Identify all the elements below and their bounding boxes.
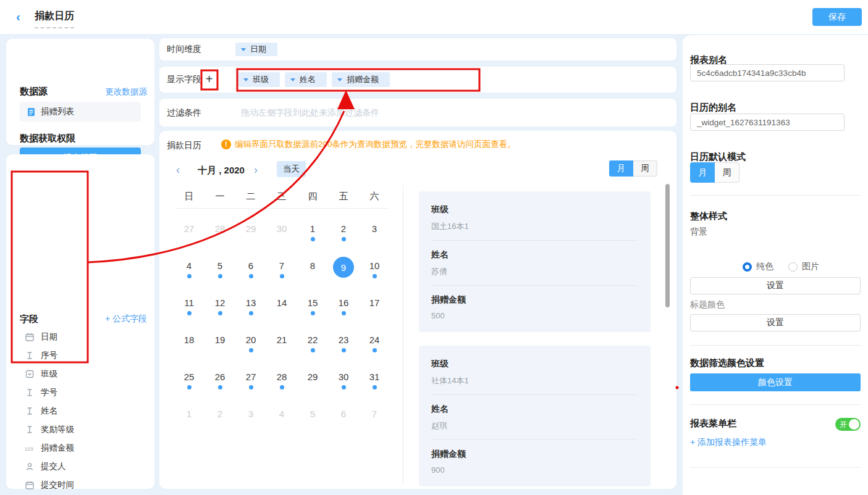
change-datasource-link[interactable]: 更改数据源 [106,86,148,98]
field-item-label: 提交人 [41,461,66,472]
calendar-day[interactable]: 12 [204,288,235,325]
calendar-day[interactable]: 26 [204,362,235,399]
field-item[interactable]: 序号 [6,346,154,365]
person-icon [25,462,35,471]
calendar-day[interactable]: 9 [328,251,359,288]
calendar-day[interactable]: 6 [328,399,359,436]
save-button[interactable]: 保存 [812,8,862,26]
calendar-day[interactable]: 16 [328,288,359,325]
event-dot [311,237,315,241]
time-dimension-tag[interactable]: 日期 [235,43,277,56]
calendar-day[interactable]: 21 [266,325,297,362]
calendar-day[interactable]: 27 [174,214,204,251]
calendar-day[interactable]: 14 [266,288,297,325]
calendar-day[interactable]: 30 [328,362,359,399]
calendar-day[interactable]: 13 [235,288,266,325]
field-item[interactable]: 班级 [6,365,154,383]
weekday-label: 四 [297,187,328,206]
field-item[interactable]: 提交人 [6,457,154,476]
today-button[interactable]: 当天 [277,161,306,177]
calendar-day[interactable]: 30 [266,214,297,251]
add-formula-field-link[interactable]: + 公式字段 [105,314,147,325]
field-item[interactable]: 123捐赠金额 [6,439,154,457]
calendar-day[interactable]: 15 [297,288,328,325]
warning-icon: ! [221,139,231,149]
calendar-day[interactable]: 28 [204,214,235,251]
calendar-day[interactable]: 18 [174,325,204,362]
calendar-day[interactable]: 23 [328,325,359,362]
calendar-day[interactable]: 5 [204,251,235,288]
calendar-day[interactable]: 5 [297,399,328,436]
preview-mode-week[interactable]: 周 [633,160,657,177]
filter-color-title: 数据筛选颜色设置 [690,357,764,369]
event-dot [342,237,346,241]
calendar-day[interactable]: 11 [174,288,204,325]
add-report-menu-link[interactable]: + 添加报表操作菜单 [690,437,767,448]
calendar-icon [25,333,35,341]
calendar-day[interactable]: 10 [359,251,390,288]
calendar-day[interactable]: 7 [266,251,297,288]
calendar-day[interactable]: 4 [174,251,204,288]
default-mode-week[interactable]: 周 [715,162,739,183]
color-set-button[interactable]: 颜色设置 [690,373,861,391]
detail-value: 社体14本1 [431,375,637,386]
calendar-day[interactable]: 27 [235,362,266,399]
calendar-day[interactable]: 25 [174,362,204,399]
detail-row: 班级社体14本1 [431,359,637,395]
chevron-down-icon [337,78,342,81]
filter-dropzone-placeholder[interactable]: 拖动左侧字段到此处来添加过滤条件 [241,99,379,127]
time-dimension-tag-label: 日期 [250,44,266,55]
field-item[interactable]: 学号 [6,383,154,402]
title-color-set-button[interactable]: 设置 [690,314,861,331]
calendar-day[interactable]: 31 [359,362,390,399]
calendar-day[interactable]: 22 [297,325,328,362]
add-display-field-button[interactable]: + [201,67,217,93]
calendar-day[interactable]: 17 [359,288,390,325]
calendar-day[interactable]: 20 [235,325,266,362]
calendar-day[interactable]: 3 [359,214,390,251]
calendar-day[interactable]: 2 [204,399,235,436]
prev-month-icon[interactable]: ‹ [176,164,180,177]
display-field-tag[interactable]: 姓名 [285,72,327,87]
calendar-day[interactable]: 1 [297,214,328,251]
field-item[interactable]: 姓名 [6,402,154,420]
datasource-item[interactable]: 捐赠列表 [20,102,141,122]
radio-solid-color[interactable]: 纯色 [743,261,773,272]
display-field-tag[interactable]: 班级 [238,72,280,87]
calendar-day[interactable]: 1 [174,399,204,436]
default-mode-month[interactable]: 月 [690,162,715,183]
calendar-day[interactable]: 7 [359,399,390,436]
calendar-day[interactable]: 6 [235,251,266,288]
calendar-alias-input[interactable] [690,114,845,131]
field-item[interactable]: 日期 [6,328,154,346]
field-item[interactable]: 提交时间 [6,476,154,494]
event-dot [187,311,192,315]
next-month-icon[interactable]: › [254,164,258,177]
event-dot [373,385,377,389]
calendar-day[interactable]: 28 [266,362,297,399]
calendar-day[interactable]: 19 [204,325,235,362]
back-icon[interactable]: ‹ [16,9,20,24]
calendar-day[interactable]: 29 [235,214,266,251]
event-dot [249,311,253,315]
time-dimension-row: 时间维度 日期 [159,38,676,60]
menu-bar-toggle[interactable]: 开 [835,418,861,431]
calendar-day[interactable]: 24 [359,325,390,362]
calendar-day[interactable]: 8 [297,251,328,288]
detail-scrollbar[interactable] [665,184,670,307]
display-field-tag[interactable]: 捐赠金额 [332,72,390,87]
preview-mode-month[interactable]: 月 [609,160,633,177]
calendar-day[interactable]: 4 [266,399,297,436]
calendar-day-selected: 9 [333,257,354,278]
field-item[interactable]: 奖励等级 [6,420,154,439]
chevron-down-icon [290,78,295,81]
permission-title: 数据获取权限 [20,133,75,144]
calendar-day[interactable]: 29 [297,362,328,399]
calendar-day[interactable]: 2 [328,214,359,251]
background-set-button[interactable]: 设置 [690,277,861,294]
detail-row: 捐赠金额900 [431,449,637,475]
calendar-day-number: 3 [248,409,253,420]
report-alias-input[interactable] [690,64,845,81]
radio-image[interactable]: 图片 [788,261,819,272]
calendar-day[interactable]: 3 [235,399,266,436]
